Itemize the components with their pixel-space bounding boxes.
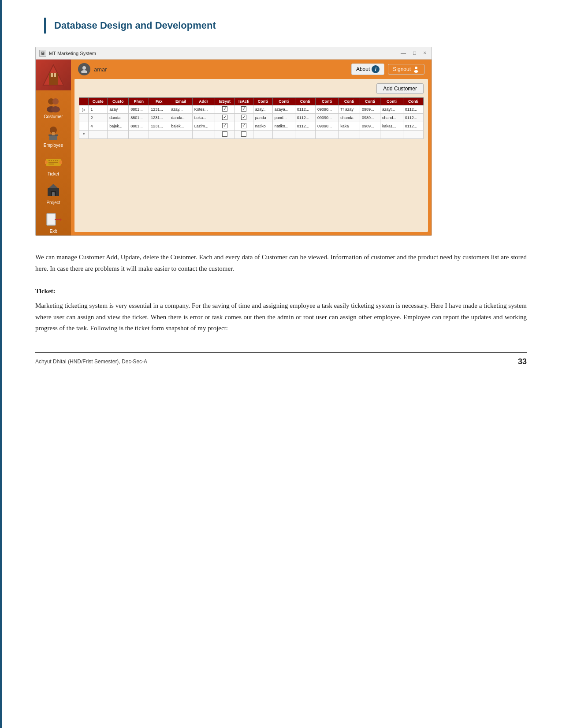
row-c2: azaya... <box>272 105 295 114</box>
row-selector <box>79 122 89 131</box>
row-c2 <box>272 131 295 139</box>
svg-point-29 <box>414 70 418 73</box>
svg-rect-25 <box>48 214 55 224</box>
sidebar-logo <box>36 60 71 90</box>
table-row[interactable]: 2 danda 8801... 1231... danda... Loka...… <box>79 114 424 122</box>
footer-author: Achyut Dhital (HND/Frist Semester), Dec-… <box>35 358 147 365</box>
row-c1 <box>253 131 272 139</box>
username-label: amar <box>94 66 351 73</box>
body-paragraph-2: Marketing ticketing system is very essen… <box>35 300 527 334</box>
minimize-button[interactable]: — <box>399 50 408 56</box>
row-c2: natiko... <box>272 122 295 131</box>
window-controls: — □ × <box>399 50 428 56</box>
table-header-8: Conti <box>253 98 272 105</box>
window-title: MT-Marketing System <box>49 51 399 56</box>
about-button[interactable]: About i <box>351 63 384 75</box>
customer-table: Custe Custo Phon Fax Email Addr IsSyst I… <box>79 97 424 139</box>
app-body: Costumer Employee <box>36 60 432 235</box>
row-c8: 0112... <box>403 122 423 131</box>
row-c1: panda <box>253 114 272 122</box>
row-c5: kaka <box>339 122 360 131</box>
sidebar-item-exit[interactable]: Exit <box>36 207 71 235</box>
table-header-9: Conti <box>272 98 295 105</box>
row-c3 <box>295 131 315 139</box>
table-header-1: Custo <box>108 98 129 105</box>
row-issys <box>215 122 234 131</box>
table-row[interactable]: * <box>79 131 424 139</box>
row-c6: 0989... <box>360 105 380 114</box>
page-title: Database Design and Development <box>54 20 216 31</box>
window-app-icon: 🖥 <box>39 50 46 57</box>
table-row[interactable]: ▷ 1 azay 8801... 1231... azay... Kotes..… <box>79 105 424 114</box>
row-c5 <box>339 131 360 139</box>
row-isact <box>234 105 253 114</box>
row-col2: 8801... <box>129 105 149 114</box>
sidebar-item-ticket[interactable]: Ticket <box>36 149 71 178</box>
row-selector <box>79 114 89 122</box>
signout-button[interactable]: Signout <box>388 64 424 75</box>
row-col2 <box>129 131 149 139</box>
svg-rect-21 <box>52 192 55 196</box>
body-paragraph-1: We can manage Customer Add, Update, dele… <box>35 252 527 274</box>
svg-rect-1 <box>49 73 58 85</box>
row-col3: 1231... <box>149 114 169 122</box>
table-header-10: Conti <box>295 98 315 105</box>
row-id <box>89 131 108 139</box>
table-header-0: Custe <box>89 98 108 105</box>
row-c1: natiko <box>253 122 272 131</box>
sidebar-item-project[interactable]: Project <box>36 178 71 207</box>
exit-icon <box>44 210 63 228</box>
row-id: 2 <box>89 114 108 122</box>
row-c7: kaka1... <box>380 122 403 131</box>
svg-point-26 <box>82 66 86 70</box>
row-col4: danda... <box>169 114 192 122</box>
table-header-2: Phon <box>129 98 149 105</box>
sidebar-item-employee[interactable]: Employee <box>36 121 71 149</box>
ticket-heading: Ticket: <box>35 287 527 295</box>
sidebar-item-costumer-label: Costumer <box>44 114 63 119</box>
table-header-12: Conti <box>339 98 360 105</box>
row-isact <box>234 122 253 131</box>
row-c4: 09090... <box>315 105 338 114</box>
sidebar-item-project-label: Project <box>46 200 60 205</box>
row-c6: 0989... <box>360 122 380 131</box>
main-area: amar About i Signout <box>71 60 432 235</box>
sidebar-item-costumer[interactable]: Costumer <box>36 92 71 121</box>
row-c3: 0112... <box>295 122 315 131</box>
row-c7 <box>380 131 403 139</box>
row-col3 <box>149 131 169 139</box>
row-c8: 0112... <box>403 105 423 114</box>
row-col1: bajek... <box>108 122 129 131</box>
table-header-4: Email <box>169 98 192 105</box>
table-header-selector <box>79 98 89 105</box>
row-col3: 1231... <box>149 122 169 131</box>
svg-point-5 <box>52 98 59 105</box>
row-col5: Loka... <box>192 114 215 122</box>
sidebar-item-exit-label: Exit <box>50 229 57 234</box>
table-header-3: Fax <box>149 98 169 105</box>
add-customer-button[interactable]: Add Customer <box>376 83 424 94</box>
row-isact <box>234 131 253 139</box>
row-c1: azay... <box>253 105 272 114</box>
close-button[interactable]: × <box>421 50 428 56</box>
svg-rect-10 <box>49 136 57 140</box>
table-row[interactable]: 4 bajek... 8801... 1231... bajek... Lazi… <box>79 122 424 131</box>
row-c4 <box>315 131 338 139</box>
sidebar-item-ticket-label: Ticket <box>48 172 59 176</box>
row-c4: 09090... <box>315 114 338 122</box>
table-header-14: Conti <box>380 98 403 105</box>
row-c7: chand... <box>380 114 403 122</box>
add-customer-row: Add Customer <box>79 83 424 94</box>
ticket-icon <box>44 153 63 171</box>
row-c8: 0112... <box>403 114 423 122</box>
left-accent <box>0 0 2 728</box>
svg-point-28 <box>415 67 417 69</box>
signout-icon <box>413 66 420 73</box>
row-c6 <box>360 131 380 139</box>
row-col5 <box>192 131 215 139</box>
table-header-6: IsSyst <box>215 98 234 105</box>
maximize-button[interactable]: □ <box>411 50 418 56</box>
table-header-15: Conti <box>403 98 423 105</box>
row-col3: 1231... <box>149 105 169 114</box>
about-label: About <box>356 66 370 72</box>
